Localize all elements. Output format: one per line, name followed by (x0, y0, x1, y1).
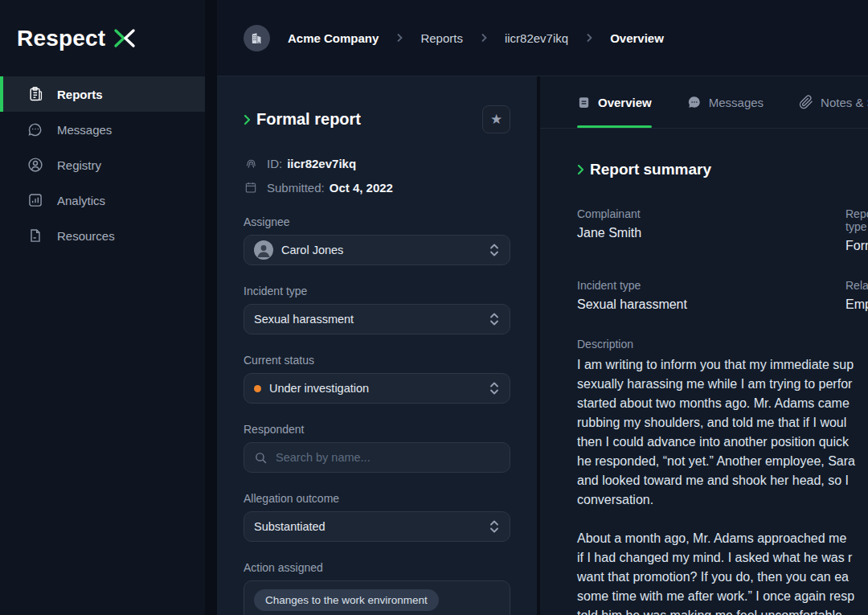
main-area: Acme Company Reports iicr82ev7ikq Overvi… (217, 0, 868, 615)
field-value: Sexual harassment (577, 297, 845, 312)
description-line: sexually harassing me while I am trying … (577, 375, 868, 394)
sidebar-item-label: Reports (57, 88, 103, 101)
report-details-panel: Formal report ★ ID: iicr82ev7ikq (217, 76, 537, 615)
field-label: Report type (845, 207, 868, 233)
status-dot-icon (254, 385, 261, 392)
messages-chat-icon (687, 95, 702, 109)
brand-name: Respect (17, 26, 105, 51)
field-value: Formal (845, 239, 868, 253)
submitted-value: Oct 4, 2022 (330, 181, 393, 195)
current-status-label: Current status (244, 354, 510, 367)
chevron-right-icon (396, 33, 403, 43)
description-label: Description (577, 338, 868, 351)
respondent-label: Respondent (244, 423, 510, 436)
select-chevrons-icon (489, 312, 500, 326)
allegation-outcome-value: Substantiated (254, 520, 489, 533)
current-status-value: Under investigation (269, 382, 489, 395)
report-title: Formal report (256, 110, 482, 129)
breadcrumb-overview: Overview (610, 31, 664, 45)
chevron-right-icon (586, 33, 592, 43)
tab-bar: Overview Messages Notes & Statements (540, 76, 868, 129)
assignee-select[interactable]: Carol Jones (244, 235, 510, 265)
breadcrumb-reports[interactable]: Reports (420, 31, 463, 45)
action-assigned-multiselect[interactable]: Changes to the work environment Monitori… (244, 580, 510, 615)
assignee-value: Carol Jones (281, 244, 489, 256)
description-line: conversation. (577, 490, 868, 510)
summary-field-relationship: Relationship Employee (845, 279, 868, 312)
description-paragraph: I am writing to inform you that my immed… (577, 355, 868, 510)
respondent-search-input[interactable] (276, 451, 500, 464)
select-chevrons-icon (489, 519, 500, 534)
report-summary: Report summary Complainant Jane Smith Re… (540, 129, 868, 615)
field-value: Employee (845, 297, 868, 312)
summary-row: Complainant Jane Smith Report type Forma… (577, 207, 868, 253)
tab-overview[interactable]: Overview (577, 76, 652, 128)
id-value: iicr82ev7ikq (287, 157, 356, 170)
fingerprint-icon (244, 157, 258, 170)
incident-type-value: Sexual harassment (254, 313, 489, 326)
field-label: Incident type (577, 279, 845, 292)
allegation-outcome-select[interactable]: Substantiated (244, 511, 510, 542)
app-logo[interactable]: Respect (0, 0, 205, 76)
resources-document-icon (27, 227, 44, 244)
breadcrumb-report-id[interactable]: iicr82ev7ikq (505, 31, 568, 45)
messages-chat-icon (27, 121, 44, 138)
report-meta: ID: iicr82ev7ikq Submitted: Oct 4, 2022 (244, 154, 510, 196)
submitted-label: Submitted: (267, 181, 325, 195)
description-line: rubbing my shoulders, and told me that i… (577, 413, 868, 433)
reports-clipboard-icon (27, 85, 44, 103)
field-label: Relationship (845, 279, 868, 292)
allegation-outcome-label: Allegation outcome (244, 492, 510, 505)
sidebar-nav: Reports Messages Registry Analytics (0, 76, 205, 253)
action-assigned-label: Action assigned (244, 561, 510, 574)
registry-person-icon (27, 156, 44, 174)
summary-row: Incident type Sexual harassment Relation… (577, 279, 868, 312)
current-status-select[interactable]: Under investigation (244, 373, 510, 404)
sidebar-item-resources[interactable]: Resources (0, 218, 205, 253)
paperclip-icon (799, 95, 813, 109)
summary-field-report-type: Report type Formal (845, 207, 868, 253)
select-chevrons-icon (489, 243, 500, 257)
sidebar-item-label: Analytics (57, 194, 105, 207)
description-line: he responded, “not yet.” Another employe… (577, 452, 868, 471)
summary-title: Report summary (590, 161, 711, 178)
description-line: started about two months ago. Mr. Adams … (577, 394, 868, 413)
respondent-search (244, 442, 510, 473)
incident-type-label: Incident type (244, 285, 510, 297)
select-chevrons-icon (489, 381, 500, 396)
overview-doc-icon (577, 96, 591, 109)
collapse-chevron-icon[interactable] (577, 164, 584, 175)
brand-x-icon (113, 27, 137, 49)
overview-panel: Overview Messages Notes & Statements (540, 76, 868, 615)
tab-notes-statements[interactable]: Notes & Statements (799, 76, 868, 128)
tab-messages[interactable]: Messages (687, 76, 764, 128)
sidebar-item-reports[interactable]: Reports (0, 76, 205, 112)
breadcrumb: Acme Company Reports iicr82ev7ikq Overvi… (244, 25, 664, 51)
sidebar-item-analytics[interactable]: Analytics (0, 182, 205, 218)
description-line: and looked toward me and shook her head,… (577, 471, 868, 490)
tab-label: Notes & Statements (821, 96, 868, 109)
action-tag[interactable]: Changes to the work environment (254, 589, 439, 611)
chevron-right-icon (481, 33, 487, 43)
field-label: Complainant (577, 207, 845, 220)
description-line: About a month ago, Mr. Adams approached … (577, 529, 868, 548)
sidebar-item-messages[interactable]: Messages (0, 112, 205, 147)
sidebar-divider (205, 0, 217, 615)
field-value: Jane Smith (577, 226, 845, 240)
sidebar-item-label: Messages (57, 123, 112, 137)
assignee-label: Assignee (244, 215, 510, 228)
description-line: some time with me after work.” I once ag… (577, 587, 868, 606)
incident-type-select[interactable]: Sexual harassment (244, 304, 510, 334)
summary-field-complainant: Complainant Jane Smith (577, 207, 845, 253)
analytics-chart-icon (27, 191, 44, 209)
favorite-button[interactable]: ★ (482, 105, 510, 133)
topbar: Acme Company Reports iicr82ev7ikq Overvi… (217, 0, 868, 76)
collapse-chevron-icon[interactable] (244, 114, 251, 125)
description-line: I am writing to inform you that my immed… (577, 355, 868, 375)
breadcrumb-company[interactable]: Acme Company (288, 31, 379, 45)
sidebar-item-registry[interactable]: Registry (0, 147, 205, 182)
description-paragraph: About a month ago, Mr. Adams approached … (577, 529, 868, 615)
description-line: want that promotion? If you do, then you… (577, 568, 868, 587)
calendar-icon (244, 181, 258, 194)
sidebar: Respect Reports Messages (0, 0, 205, 615)
